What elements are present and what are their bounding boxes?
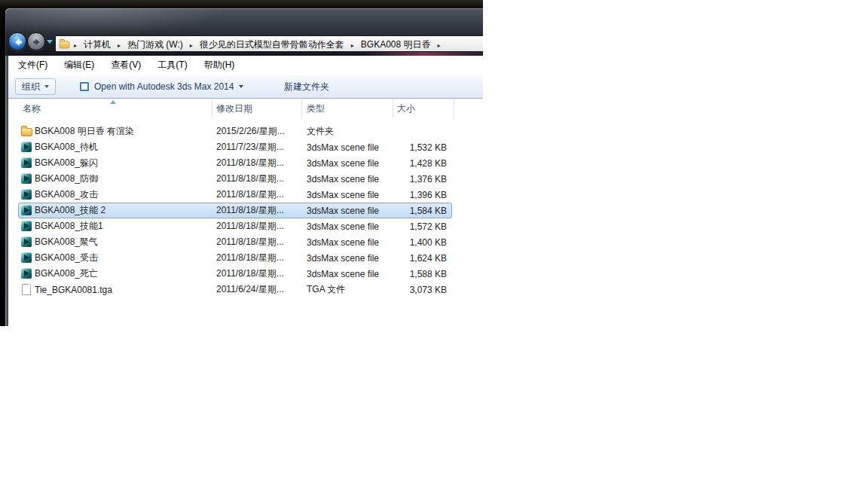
file-date-modified: 2011/7/23/星期...	[216, 139, 284, 155]
file-name: BGKA008 明日香 有渲染	[35, 124, 134, 139]
file-type: 3dsMax scene file	[307, 155, 379, 171]
column-separator[interactable]	[301, 99, 302, 118]
file-row[interactable]: BGKA008 明日香 有渲染2015/2/26/星期...文件夹	[8, 124, 483, 139]
file-date-modified: 2011/6/24/星期...	[216, 282, 284, 297]
file-name: BGKA008_死亡	[35, 266, 98, 282]
address-folder-icon	[60, 41, 70, 48]
file-type: 3dsMax scene file	[307, 266, 379, 282]
file-type: TGA 文件	[307, 282, 345, 297]
file-name: BGKA008_聚气	[35, 234, 98, 250]
file-size: 1,376 KB	[393, 171, 454, 187]
column-header-type[interactable]: 类型	[307, 99, 325, 119]
toolbar: 组织 Open with Autodesk 3ds Max 2014 新建文件夹	[8, 75, 483, 99]
file-size: 1,588 KB	[393, 266, 454, 282]
folder-icon	[20, 125, 32, 137]
file-name: BGKA008_技能1	[35, 218, 103, 234]
file-date-modified: 2015/2/26/星期...	[216, 124, 285, 139]
breadcrumb-separator-icon[interactable]: ▸	[186, 42, 197, 49]
file-type: 3dsMax scene file	[307, 203, 379, 218]
screen: ▸计算机▸热门游戏 (W:)▸很少见的日式模型自带骨骼动作全套▸BGKA008 …	[0, 0, 868, 488]
file-row[interactable]: BGKA008_受击2011/8/18/星期...3dsMax scene fi…	[8, 250, 483, 266]
file-type: 3dsMax scene file	[307, 171, 379, 187]
breadcrumb-separator-icon[interactable]: ▸	[347, 42, 358, 49]
column-header-date[interactable]: 修改日期	[216, 99, 252, 119]
column-separator[interactable]	[454, 99, 454, 118]
max-file-icon	[20, 267, 32, 279]
open-with-3dsmax-button[interactable]: Open with Autodesk 3ds Max 2014	[75, 78, 248, 95]
file-row[interactable]: BGKA008_待机2011/7/23/星期...3dsMax scene fi…	[8, 139, 483, 155]
max-file-icon	[20, 141, 32, 153]
column-separator[interactable]	[393, 99, 393, 118]
column-header-size[interactable]: 大小	[397, 99, 415, 119]
file-name: Tie_BGKA0081.tga	[35, 282, 112, 297]
file-name: BGKA008_技能 2	[35, 203, 105, 218]
recent-pages-dropdown[interactable]	[47, 40, 53, 44]
file-date-modified: 2011/8/18/星期...	[216, 234, 284, 250]
max-file-icon	[20, 188, 32, 200]
file-name: BGKA008_攻击	[35, 187, 98, 203]
max-file-icon	[20, 236, 32, 248]
breadcrumb: ▸计算机▸热门游戏 (W:)▸很少见的日式模型自带骨骼动作全套▸BGKA008 …	[70, 37, 445, 51]
breadcrumb-separator-icon[interactable]: ▸	[70, 42, 81, 49]
back-button[interactable]	[8, 32, 26, 50]
file-row[interactable]: BGKA008_攻击2011/8/18/星期...3dsMax scene fi…	[8, 187, 483, 203]
file-name: BGKA008_待机	[35, 139, 98, 155]
file-name: BGKA008_躲闪	[35, 155, 98, 171]
file-row[interactable]: BGKA008_技能 22011/8/18/星期...3dsMax scene …	[8, 203, 483, 218]
menu-item[interactable]: 查看(V)	[111, 59, 141, 72]
file-size: 1,428 KB	[393, 155, 454, 171]
organize-button[interactable]: 组织	[15, 78, 56, 95]
forward-button[interactable]	[27, 32, 45, 50]
menu-item[interactable]: 编辑(E)	[64, 59, 94, 72]
menu-item[interactable]: 帮助(H)	[204, 59, 235, 72]
breadcrumb-item[interactable]: 计算机	[81, 39, 114, 50]
file-size: 1,532 KB	[393, 139, 454, 155]
file-type: 3dsMax scene file	[307, 187, 379, 203]
file-size: 3,073 KB	[393, 282, 454, 297]
column-header-name[interactable]: 名称	[23, 99, 41, 119]
background-app-region: ▸计算机▸热门游戏 (W:)▸很少见的日式模型自带骨骼动作全套▸BGKA008 …	[0, 0, 483, 326]
column-separator[interactable]	[212, 99, 212, 118]
column-headers: 名称 修改日期 类型 大小	[8, 99, 483, 119]
file-size: 1,624 KB	[393, 250, 454, 266]
file-date-modified: 2011/8/18/星期...	[216, 187, 284, 203]
file-date-modified: 2011/8/18/星期...	[216, 266, 284, 282]
breadcrumb-item[interactable]: 很少见的日式模型自带骨骼动作全套	[197, 39, 347, 50]
window-body: 文件(F)编辑(E)查看(V)工具(T)帮助(H) 组织 Open with A…	[5, 56, 483, 326]
open-with-label: Open with Autodesk 3ds Max 2014	[94, 81, 234, 92]
menu-item[interactable]: 文件(F)	[18, 59, 47, 72]
file-size: 1,572 KB	[393, 218, 454, 234]
breadcrumb-item[interactable]: 热门游戏 (W:)	[124, 39, 186, 50]
file-row[interactable]: BGKA008_技能12011/8/18/星期...3dsMax scene f…	[8, 218, 483, 234]
chevron-down-icon	[239, 85, 243, 88]
file-size: 1,396 KB	[393, 187, 454, 203]
file-row[interactable]: Tie_BGKA0081.tga2011/6/24/星期...TGA 文件3,0…	[8, 282, 483, 297]
title-bar: ▸计算机▸热门游戏 (W:)▸很少见的日式模型自带骨骼动作全套▸BGKA008 …	[5, 8, 483, 56]
tga-file-icon	[20, 283, 32, 295]
breadcrumb-separator-icon[interactable]: ▸	[114, 42, 124, 49]
file-size: 1,584 KB	[393, 203, 454, 218]
max-file-icon	[20, 157, 32, 169]
file-type: 3dsMax scene file	[307, 218, 379, 234]
menu-item[interactable]: 工具(T)	[157, 59, 187, 72]
file-date-modified: 2011/8/18/星期...	[216, 203, 284, 218]
3dsmax-app-icon	[80, 82, 89, 91]
file-row[interactable]: BGKA008_死亡2011/8/18/星期...3dsMax scene fi…	[8, 266, 483, 282]
max-file-icon	[20, 204, 32, 216]
breadcrumb-item[interactable]: BGKA008 明日香	[358, 39, 434, 50]
file-row[interactable]: BGKA008_防御2011/8/18/星期...3dsMax scene fi…	[8, 171, 483, 187]
address-bar[interactable]: ▸计算机▸热门游戏 (W:)▸很少见的日式模型自带骨骼动作全套▸BGKA008 …	[55, 35, 483, 52]
new-folder-button[interactable]: 新建文件夹	[280, 78, 334, 95]
explorer-window: ▸计算机▸热门游戏 (W:)▸很少见的日式模型自带骨骼动作全套▸BGKA008 …	[5, 8, 483, 326]
organize-label: 组织	[22, 81, 40, 93]
max-file-icon	[20, 252, 32, 264]
file-type: 3dsMax scene file	[307, 139, 379, 155]
file-name: BGKA008_防御	[35, 171, 98, 187]
file-date-modified: 2011/8/18/星期...	[216, 171, 284, 187]
file-row[interactable]: BGKA008_躲闪2011/8/18/星期...3dsMax scene fi…	[8, 155, 483, 171]
file-size: 1,400 KB	[393, 234, 454, 250]
breadcrumb-separator-icon[interactable]: ▸	[434, 42, 445, 49]
file-size	[393, 124, 454, 139]
menu-bar: 文件(F)编辑(E)查看(V)工具(T)帮助(H)	[8, 56, 483, 75]
file-row[interactable]: BGKA008_聚气2011/8/18/星期...3dsMax scene fi…	[8, 234, 483, 250]
